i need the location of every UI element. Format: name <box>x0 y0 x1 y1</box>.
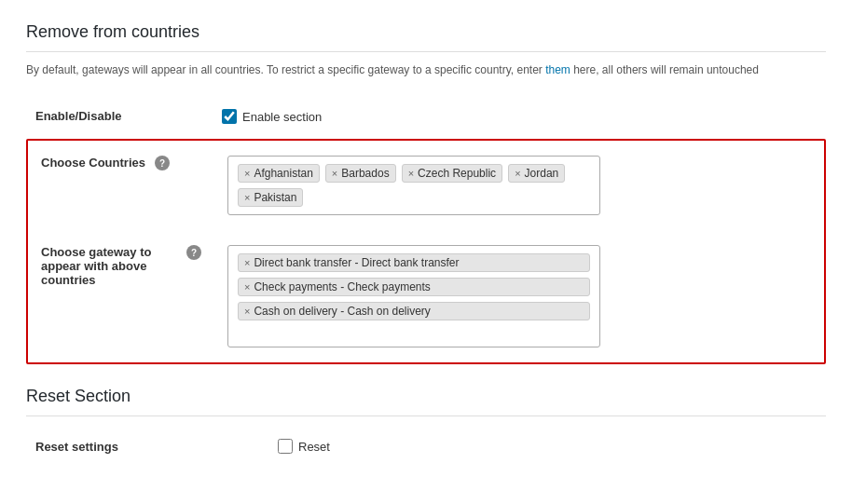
choose-gateway-label-text: Choose gateway to appear with above coun… <box>41 245 177 287</box>
enable-disable-label: Enable/Disable <box>26 98 213 135</box>
enable-disable-field-cell: Enable section <box>213 98 826 135</box>
choose-countries-label-cell: Choose Countries ? <box>28 141 214 230</box>
tag-czech-republic-label: Czech Republic <box>418 167 496 180</box>
tag-direct-bank-transfer-remove[interactable]: × <box>244 257 250 268</box>
tag-barbados-label: Barbados <box>341 167 389 180</box>
tag-afghanistan-label: Afghanistan <box>254 167 312 180</box>
tag-jordan[interactable]: × Jordan <box>508 164 565 183</box>
tag-afghanistan[interactable]: × Afghanistan <box>238 164 320 183</box>
enable-section-checkbox[interactable] <box>222 109 237 124</box>
choose-countries-label-text: Choose Countries <box>41 156 145 170</box>
reset-section-title: Reset Section <box>26 387 826 416</box>
enable-section-label-wrap[interactable]: Enable section <box>222 109 817 124</box>
description: By default, gateways will appear in all … <box>26 61 826 79</box>
tag-cash-on-delivery-remove[interactable]: × <box>244 306 250 317</box>
reset-checkbox[interactable] <box>278 439 293 454</box>
tag-check-payments[interactable]: × Check payments - Check payments <box>238 278 590 296</box>
reset-settings-label: Reset settings <box>35 440 222 454</box>
section-title: Remove from countries <box>26 22 826 52</box>
tag-jordan-label: Jordan <box>525 167 559 180</box>
choose-gateway-row: Choose gateway to appear with above coun… <box>28 230 824 362</box>
enable-disable-row: Enable/Disable Enable section <box>26 98 826 135</box>
tag-check-payments-label: Check payments - Check payments <box>254 280 430 293</box>
reset-settings-row: Reset settings Reset <box>26 431 826 461</box>
tag-barbados[interactable]: × Barbados <box>325 164 396 183</box>
choose-countries-label-wrap: Choose Countries ? <box>41 156 201 170</box>
tag-czech-republic[interactable]: × Czech Republic <box>402 164 502 183</box>
enable-disable-table: Enable/Disable Enable section <box>26 98 826 135</box>
choose-gateway-tags-cell: × Direct bank transfer - Direct bank tra… <box>214 230 824 362</box>
tag-czech-republic-remove[interactable]: × <box>408 168 414 179</box>
countries-tags-box[interactable]: × Afghanistan × Barbados × Czech Republi… <box>227 156 600 215</box>
tag-check-payments-remove[interactable]: × <box>244 281 250 293</box>
tag-pakistan-label: Pakistan <box>254 191 296 204</box>
settings-table: Choose Countries ? × Afghanistan × Barba… <box>28 141 824 362</box>
tag-barbados-remove[interactable]: × <box>332 168 337 179</box>
tag-jordan-remove[interactable]: × <box>515 168 520 179</box>
tag-direct-bank-transfer-label: Direct bank transfer - Direct bank trans… <box>254 256 459 269</box>
them-link[interactable]: them <box>545 63 570 76</box>
reset-label-wrap[interactable]: Reset <box>278 439 330 454</box>
reset-label-text: Reset <box>298 440 330 454</box>
choose-countries-tags-cell: × Afghanistan × Barbados × Czech Republi… <box>214 141 824 230</box>
gateway-tags-box[interactable]: × Direct bank transfer - Direct bank tra… <box>227 245 600 347</box>
tag-pakistan[interactable]: × Pakistan <box>238 188 303 207</box>
choose-countries-row: Choose Countries ? × Afghanistan × Barba… <box>28 141 824 230</box>
bordered-section: Choose Countries ? × Afghanistan × Barba… <box>26 139 826 364</box>
choose-gateway-help-icon[interactable]: ? <box>186 245 201 260</box>
tag-pakistan-remove[interactable]: × <box>244 192 250 203</box>
tag-cash-on-delivery-label: Cash on delivery - Cash on delivery <box>254 305 430 318</box>
choose-countries-help-icon[interactable]: ? <box>155 156 170 170</box>
tag-afghanistan-remove[interactable]: × <box>244 168 250 179</box>
choose-gateway-label-wrap: Choose gateway to appear with above coun… <box>41 245 201 287</box>
choose-gateway-label-cell: Choose gateway to appear with above coun… <box>28 230 214 362</box>
page-wrap: Remove from countries By default, gatewa… <box>0 0 852 504</box>
tag-cash-on-delivery[interactable]: × Cash on delivery - Cash on delivery <box>238 302 590 320</box>
tag-direct-bank-transfer[interactable]: × Direct bank transfer - Direct bank tra… <box>238 253 590 272</box>
enable-section-text: Enable section <box>242 110 322 124</box>
